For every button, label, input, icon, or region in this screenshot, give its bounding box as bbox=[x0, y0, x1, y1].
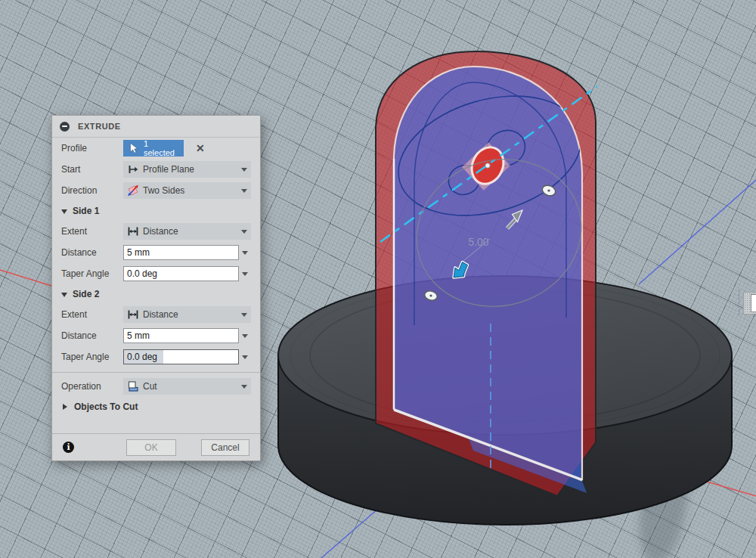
start-row: Start Profile Plane bbox=[52, 159, 260, 180]
side2-section-header[interactable]: Side 2 bbox=[52, 284, 260, 304]
side2-extent-value: Distance bbox=[143, 309, 178, 320]
side1-extent-row: Extent Distance bbox=[52, 221, 260, 242]
chevron-down-icon bbox=[241, 313, 247, 320]
dialog-footer: i OK Cancel bbox=[52, 433, 260, 460]
side1-distance-input[interactable] bbox=[123, 245, 239, 260]
distance-extent-icon bbox=[127, 308, 139, 321]
direction-dropdown[interactable]: Two Sides bbox=[123, 182, 251, 199]
cursor-icon bbox=[128, 142, 140, 154]
side2-header-label: Side 2 bbox=[73, 289, 99, 299]
profile-selected-count: 1 selected bbox=[144, 139, 179, 157]
chevron-down-icon bbox=[241, 385, 247, 392]
two-sides-icon bbox=[127, 184, 139, 197]
profile-row: Profile 1 selected ✕ bbox=[52, 138, 260, 159]
start-dropdown[interactable]: Profile Plane bbox=[123, 161, 251, 178]
operation-label: Operation bbox=[61, 381, 123, 392]
taper-angle-label: Taper Angle bbox=[61, 268, 123, 279]
floating-input-field[interactable] bbox=[751, 294, 756, 312]
distance-label: Distance bbox=[61, 247, 123, 258]
floating-input-leader bbox=[739, 290, 739, 315]
distance-extent-icon bbox=[127, 225, 139, 237]
start-label: Start bbox=[61, 164, 123, 175]
profile-label: Profile bbox=[61, 143, 123, 153]
y-axis-lower-segment bbox=[321, 509, 378, 558]
chevron-down-icon[interactable] bbox=[242, 251, 248, 258]
distance-label: Distance bbox=[61, 330, 123, 341]
start-value: Profile Plane bbox=[143, 164, 194, 175]
sketch-center-point[interactable] bbox=[485, 163, 490, 168]
objects-to-cut-header[interactable]: Objects To Cut bbox=[52, 397, 260, 417]
chevron-down-icon bbox=[241, 168, 247, 175]
side1-extent-dropdown[interactable]: Distance bbox=[123, 223, 251, 240]
side2-distance-input[interactable] bbox=[123, 328, 239, 343]
chevron-down-icon[interactable] bbox=[242, 355, 248, 362]
cad-viewport[interactable]: 5.00 EXTRUDE Profile 1 selected ✕ bbox=[0, 0, 756, 558]
profile-plane-icon bbox=[127, 163, 139, 175]
ok-button[interactable]: OK bbox=[126, 439, 176, 456]
chevron-down-icon[interactable] bbox=[242, 272, 248, 279]
side2-distance-row: Distance bbox=[52, 325, 260, 346]
dialog-header[interactable]: EXTRUDE bbox=[52, 116, 260, 138]
side2-taper-input[interactable] bbox=[123, 349, 239, 364]
side2-extent-dropdown[interactable]: Distance bbox=[123, 306, 251, 323]
side1-distance-row: Distance bbox=[52, 242, 260, 263]
chevron-down-icon[interactable] bbox=[242, 334, 248, 341]
cut-operation-icon bbox=[127, 380, 139, 392]
dialog-grip-icon[interactable] bbox=[60, 122, 70, 132]
y-axis-upper-segment bbox=[639, 180, 756, 284]
side1-header-label: Side 1 bbox=[73, 206, 99, 216]
distance-dimension-label: 5.00 bbox=[468, 236, 488, 248]
clear-selection-icon[interactable]: ✕ bbox=[196, 142, 205, 154]
direction-value: Two Sides bbox=[143, 185, 184, 196]
extrude-dialog: EXTRUDE Profile 1 selected ✕ Start bbox=[51, 115, 261, 461]
dialog-title: EXTRUDE bbox=[78, 122, 121, 131]
cancel-button[interactable]: Cancel bbox=[201, 439, 249, 456]
chevron-down-icon bbox=[241, 189, 247, 196]
operation-row: Operation Cut bbox=[52, 376, 260, 397]
side1-taper-row: Taper Angle bbox=[52, 263, 260, 284]
taper-angle-label: Taper Angle bbox=[61, 352, 123, 362]
sketch-face-blue[interactable] bbox=[394, 67, 582, 479]
collapse-triangle-icon bbox=[61, 209, 67, 217]
profile-selected-button[interactable]: 1 selected bbox=[123, 140, 184, 157]
side1-extent-value: Distance bbox=[143, 226, 178, 237]
side1-section-header[interactable]: Side 1 bbox=[52, 201, 260, 221]
side1-taper-input[interactable] bbox=[123, 266, 239, 281]
side2-extent-row: Extent Distance bbox=[52, 304, 260, 325]
direction-label: Direction bbox=[61, 185, 123, 196]
operation-value: Cut bbox=[143, 381, 157, 392]
operation-dropdown[interactable]: Cut bbox=[123, 378, 251, 395]
side2-taper-row: Taper Angle bbox=[52, 346, 260, 367]
x-axis-left-segment bbox=[0, 270, 51, 286]
direction-row: Direction Two Sides bbox=[52, 180, 260, 201]
extent-label: Extent bbox=[61, 309, 123, 320]
expand-triangle-icon bbox=[63, 404, 70, 410]
collapse-triangle-icon bbox=[61, 293, 67, 300]
extent-label: Extent bbox=[61, 226, 123, 237]
info-icon[interactable]: i bbox=[63, 442, 74, 453]
section-divider bbox=[52, 372, 260, 373]
floating-distance-input[interactable] bbox=[743, 292, 756, 315]
objects-to-cut-label: Objects To Cut bbox=[74, 401, 138, 412]
chevron-down-icon bbox=[241, 230, 247, 237]
